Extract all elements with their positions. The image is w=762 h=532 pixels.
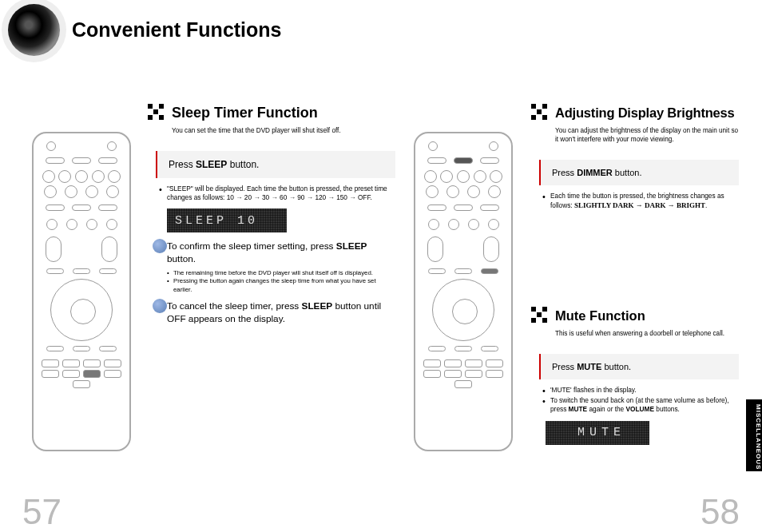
lcd-display-sleep: SLEEP 10: [167, 208, 287, 232]
page-number-left: 57: [22, 492, 62, 532]
sub-bullet-list: The remaining time before the DVD player…: [167, 269, 395, 293]
chevron-pattern-icon: [148, 104, 165, 121]
page-number-right: 58: [700, 492, 740, 532]
instruction-box: Press DIMMER button.: [539, 160, 739, 185]
page-title: Convenient Functions: [72, 18, 282, 42]
cancel-step: To cancel the sleep timer, press SLEEP b…: [157, 300, 395, 326]
confirm-step: To confirm the sleep timer setting, pres…: [157, 240, 395, 266]
section-display-brightness: Adjusting Display Brightness You can adj…: [531, 104, 739, 216]
bullet-list: "SLEEP" will be displayed. Each time the…: [159, 185, 395, 202]
remote-control-illustration-right: [414, 132, 513, 451]
page-header: Convenient Functions: [8, 4, 282, 56]
bullet-item: To switch the sound back on (at the same…: [542, 396, 739, 414]
speaker-icon: [8, 4, 60, 56]
bullet-item: "SLEEP" will be displayed. Each time the…: [159, 185, 395, 202]
section-intro: You can set the time that the DVD player…: [172, 126, 395, 135]
bullet-list: Each time the button is pressed, the bri…: [542, 192, 739, 210]
instruction-box: Press MUTE button.: [539, 354, 739, 379]
heading-text: Adjusting Display Brightness: [555, 105, 735, 121]
heading-text: Mute Function: [555, 308, 645, 324]
heading-text: Sleep Timer Function: [172, 105, 318, 121]
section-heading: Adjusting Display Brightness: [531, 104, 739, 121]
chevron-pattern-icon: [531, 104, 549, 121]
section-intro: This is useful when answering a doorbell…: [555, 329, 739, 338]
section-mute: Mute Function This is useful when answer…: [531, 307, 739, 453]
instruction-box: Press SLEEP button.: [156, 151, 395, 178]
bullet-list: 'MUTE' flashes in the display. To switch…: [542, 386, 739, 415]
chevron-pattern-icon: [531, 307, 549, 324]
section-sleep-timer: Sleep Timer Function You can set the tim…: [148, 104, 395, 329]
lcd-display-mute: MUTE: [546, 421, 649, 445]
section-heading: Mute Function: [531, 307, 739, 324]
side-tab-miscellaneous: MISCELLANEOUS: [746, 399, 762, 471]
remote-control-illustration-left: [32, 132, 131, 451]
section-intro: You can adjust the brightness of the dis…: [555, 126, 739, 144]
section-heading: Sleep Timer Function: [148, 104, 395, 121]
bullet-item: Each time the button is pressed, the bri…: [542, 192, 739, 210]
bullet-item: 'MUTE' flashes in the display.: [542, 386, 739, 395]
